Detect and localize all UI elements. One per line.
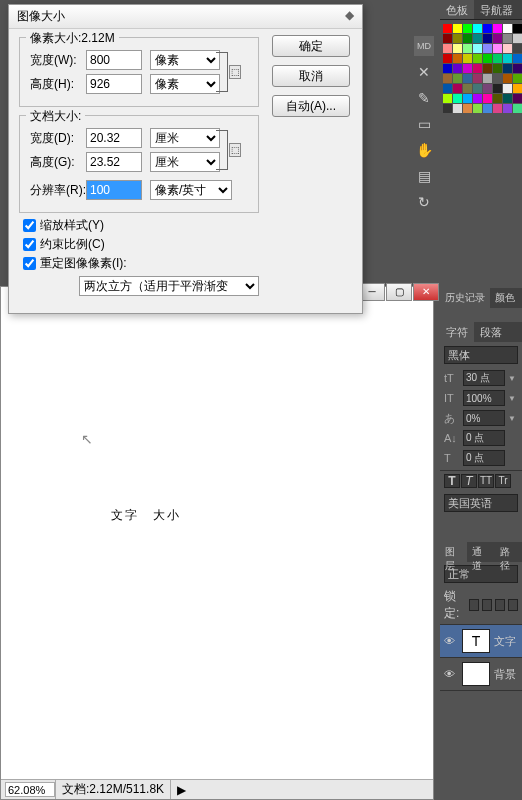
swatch[interactable] [473, 84, 482, 93]
close-button[interactable]: ✕ [413, 283, 439, 301]
scale-styles-checkbox[interactable] [23, 219, 36, 232]
swatch[interactable] [493, 54, 502, 63]
swatch[interactable] [453, 74, 462, 83]
swatch[interactable] [513, 104, 522, 113]
swatch[interactable] [453, 24, 462, 33]
smudge-tool-icon[interactable]: ↻ [414, 192, 434, 212]
resolution-unit[interactable]: 像素/英寸 [150, 180, 232, 200]
dialog-menu-icon[interactable]: ◆ [345, 8, 354, 25]
doc-height-unit[interactable]: 厘米 [150, 152, 220, 172]
swatch[interactable] [443, 94, 452, 103]
swatch[interactable] [483, 44, 492, 53]
swatch[interactable] [513, 24, 522, 33]
swatch[interactable] [513, 94, 522, 103]
pixel-height-input[interactable] [86, 74, 142, 94]
tab-paths[interactable]: 路径 [495, 542, 522, 562]
swatch[interactable] [483, 24, 492, 33]
visibility-icon[interactable]: 👁 [444, 635, 458, 647]
lock-all-icon[interactable] [508, 599, 518, 611]
swatch[interactable] [443, 54, 452, 63]
swatch[interactable] [513, 64, 522, 73]
tab-navigator[interactable]: 导航器 [474, 0, 519, 19]
swatch[interactable] [503, 34, 512, 43]
swatch[interactable] [503, 74, 512, 83]
tracking-input[interactable] [463, 410, 505, 426]
swatch[interactable] [493, 94, 502, 103]
dropdown-icon[interactable]: ▼ [508, 374, 516, 383]
doc-height-input[interactable] [86, 152, 142, 172]
swatch[interactable] [493, 104, 502, 113]
font-family-select[interactable]: 黑体 [444, 346, 518, 364]
rect-tool-icon[interactable]: ▭ [414, 114, 434, 134]
font-size-input[interactable] [463, 370, 505, 386]
swatch[interactable] [493, 74, 502, 83]
swatch[interactable] [463, 104, 472, 113]
md-tool-icon[interactable]: MD [414, 36, 434, 56]
allcaps-button[interactable]: TT [478, 474, 494, 488]
swatch[interactable] [493, 44, 502, 53]
cancel-button[interactable]: 取消 [272, 65, 350, 87]
swatch[interactable] [483, 64, 492, 73]
swatch[interactable] [503, 64, 512, 73]
pixel-height-unit[interactable]: 像素 [150, 74, 220, 94]
lock-transparency-icon[interactable] [469, 599, 479, 611]
swatch[interactable] [463, 54, 472, 63]
swatch[interactable] [473, 34, 482, 43]
layer-background[interactable]: 👁 背景 [440, 658, 522, 691]
dialog-titlebar[interactable]: 图像大小 ◆ [9, 5, 362, 29]
tab-color[interactable]: 颜色 [490, 288, 520, 308]
swatch[interactable] [503, 104, 512, 113]
lock-position-icon[interactable] [495, 599, 505, 611]
link-icon[interactable]: ⬚ [229, 143, 241, 157]
smallcaps-button[interactable]: Tr [495, 474, 511, 488]
hand-tool-icon[interactable]: ✋ [414, 140, 434, 160]
swatch[interactable] [503, 94, 512, 103]
crossed-tools-icon[interactable]: ✕ [414, 62, 434, 82]
tab-layers[interactable]: 图层 [440, 542, 467, 562]
swatch[interactable] [473, 104, 482, 113]
swatch[interactable] [483, 104, 492, 113]
swatch[interactable] [483, 84, 492, 93]
swatch[interactable] [513, 34, 522, 43]
swatch[interactable] [463, 24, 472, 33]
swatch[interactable] [473, 74, 482, 83]
bold-button[interactable]: T [444, 474, 460, 488]
italic-button[interactable]: T [461, 474, 477, 488]
status-arrow[interactable]: ▶ [170, 780, 192, 799]
swatch[interactable] [503, 54, 512, 63]
swatch[interactable] [483, 94, 492, 103]
swatch[interactable] [443, 34, 452, 43]
swatch[interactable] [513, 84, 522, 93]
maximize-button[interactable]: ▢ [386, 283, 412, 301]
swatch[interactable] [453, 94, 462, 103]
swatch[interactable] [473, 44, 482, 53]
baseline-input[interactable] [463, 430, 505, 446]
resample-checkbox[interactable] [23, 257, 36, 270]
pixel-width-unit[interactable]: 像素 [150, 50, 220, 70]
pixel-width-input[interactable] [86, 50, 142, 70]
swatch[interactable] [473, 94, 482, 103]
tab-character[interactable]: 字符 [440, 322, 474, 342]
swatch[interactable] [513, 44, 522, 53]
lock-pixels-icon[interactable] [482, 599, 492, 611]
dropdown-icon[interactable]: ▼ [508, 414, 516, 423]
swatch[interactable] [493, 84, 502, 93]
visibility-icon[interactable]: 👁 [444, 668, 458, 680]
swatch[interactable] [443, 64, 452, 73]
swatch[interactable] [503, 84, 512, 93]
swatch[interactable] [503, 44, 512, 53]
swatch[interactable] [443, 84, 452, 93]
swatch[interactable] [463, 64, 472, 73]
swatch[interactable] [453, 84, 462, 93]
swatch[interactable] [493, 64, 502, 73]
swatch[interactable] [473, 64, 482, 73]
swatch[interactable] [443, 104, 452, 113]
tab-swatches[interactable]: 色板 [440, 0, 474, 19]
zoom-input[interactable] [5, 782, 55, 797]
swatch[interactable] [483, 74, 492, 83]
tab-history[interactable]: 历史记录 [440, 288, 490, 308]
swatch[interactable] [463, 94, 472, 103]
swatch[interactable] [453, 54, 462, 63]
doc-width-unit[interactable]: 厘米 [150, 128, 220, 148]
leading-input[interactable] [463, 390, 505, 406]
